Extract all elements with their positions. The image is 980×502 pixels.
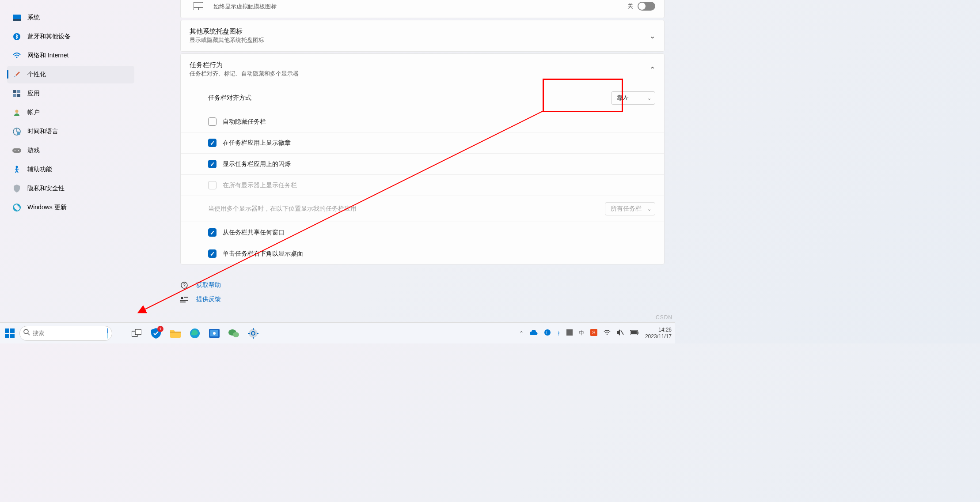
row-label: 当使用多个显示器时，在以下位置显示我的任务栏应用 bbox=[208, 205, 357, 213]
tray-ime-icon[interactable]: 中 bbox=[579, 329, 584, 337]
tray-chevron-icon[interactable]: ⌃ bbox=[519, 330, 524, 336]
row-flash[interactable]: 显示任务栏应用上的闪烁 bbox=[181, 153, 664, 174]
row-all-monitors: 在所有显示器上显示任务栏 bbox=[181, 174, 664, 196]
svg-rect-22 bbox=[184, 297, 188, 298]
sidebar-item-apps[interactable]: 应用 bbox=[7, 85, 134, 102]
link-text[interactable]: 提供反馈 bbox=[196, 295, 221, 303]
svg-rect-24 bbox=[180, 302, 186, 302]
sidebar-item-label: 帐户 bbox=[27, 109, 40, 117]
main-content: 始终显示虚拟触摸板图标 关 其他系统托盘图标 显示或隐藏其他系统托盘图标 ⌄ bbox=[141, 0, 675, 322]
toggle-switch[interactable] bbox=[638, 2, 655, 11]
taskbar-app-edge[interactable] bbox=[188, 327, 201, 340]
svg-line-31 bbox=[28, 333, 30, 335]
checkbox-unchecked[interactable] bbox=[208, 117, 217, 126]
row-label: 任务栏对齐方式 bbox=[208, 94, 251, 102]
tray-volume-icon[interactable] bbox=[617, 329, 624, 337]
svg-line-53 bbox=[621, 330, 623, 335]
sidebar-item-windows-update[interactable]: Windows 更新 bbox=[7, 199, 134, 216]
sidebar-item-accessibility[interactable]: 辅助功能 bbox=[7, 161, 134, 178]
sidebar-item-personalization[interactable]: 个性化 bbox=[7, 66, 134, 83]
link-text[interactable]: 获取帮助 bbox=[196, 281, 221, 289]
bluetooth-icon bbox=[12, 32, 21, 41]
taskbar-app-security[interactable]: 1 bbox=[149, 327, 163, 340]
svg-point-41 bbox=[249, 329, 258, 338]
svg-rect-4 bbox=[13, 90, 16, 93]
panel-virtual-touchpad[interactable]: 始终显示虚拟触摸板图标 关 bbox=[180, 0, 665, 18]
panel-title: 其他系统托盘图标 bbox=[190, 27, 264, 36]
svg-rect-49 bbox=[566, 329, 573, 336]
taskbar-app-explorer[interactable] bbox=[169, 327, 182, 340]
copilot-icon[interactable] bbox=[107, 328, 108, 339]
panel-header[interactable]: 任务栏行为 任务栏对齐、标记、自动隐藏和多个显示器 ⌃ bbox=[181, 54, 664, 85]
taskbar-search[interactable] bbox=[19, 326, 112, 341]
sidebar-item-accounts[interactable]: 帐户 bbox=[7, 104, 134, 121]
taskbar-badge: 1 bbox=[157, 326, 163, 332]
sidebar-item-network[interactable]: 网络和 Internet bbox=[7, 47, 134, 64]
sidebar-item-gaming[interactable]: 游戏 bbox=[7, 142, 134, 159]
support-links: ? 获取帮助 提供反馈 bbox=[180, 266, 665, 303]
clock-globe-icon bbox=[12, 127, 21, 136]
svg-point-10 bbox=[17, 132, 20, 135]
svg-rect-55 bbox=[631, 331, 637, 334]
tray-battery-icon[interactable] bbox=[630, 330, 639, 336]
taskbar-app-taskview[interactable] bbox=[130, 327, 143, 340]
tray-time: 14:26 bbox=[645, 327, 672, 333]
panel-sub: 始终显示虚拟触摸板图标 bbox=[213, 3, 277, 11]
tray-wifi-icon[interactable] bbox=[604, 330, 611, 336]
tray-bluetooth-icon[interactable]: ᚼ bbox=[557, 330, 560, 336]
link-get-help[interactable]: ? 获取帮助 bbox=[180, 281, 665, 289]
svg-point-13 bbox=[18, 150, 19, 151]
paintbrush-icon bbox=[12, 70, 21, 79]
tray-clock[interactable]: 14:26 2023/11/17 bbox=[645, 327, 672, 340]
row-label: 自动隐藏任务栏 bbox=[223, 118, 266, 126]
svg-point-52 bbox=[607, 334, 608, 335]
row-badges[interactable]: 在任务栏应用上显示徽章 bbox=[181, 132, 664, 153]
dropdown-value: 靠左 bbox=[617, 94, 629, 101]
taskbar: 1 ⌃ L ᚼ 中 S 14:26 2023/11/17 bbox=[0, 322, 675, 343]
svg-rect-23 bbox=[180, 300, 188, 301]
sidebar-item-label: Windows 更新 bbox=[27, 204, 67, 211]
tray-onedrive-icon[interactable] bbox=[530, 330, 538, 336]
svg-point-12 bbox=[15, 150, 15, 151]
svg-point-3 bbox=[16, 57, 18, 58]
search-input[interactable] bbox=[33, 330, 107, 336]
svg-rect-26 bbox=[5, 328, 9, 333]
alignment-dropdown[interactable]: 靠左 ⌄ bbox=[611, 91, 655, 105]
link-give-feedback[interactable]: 提供反馈 bbox=[180, 295, 665, 303]
checkbox-disabled bbox=[208, 181, 217, 189]
sidebar-item-system[interactable]: 系统 bbox=[7, 9, 134, 26]
taskbar-app-settings[interactable] bbox=[247, 327, 260, 340]
row-show-desktop[interactable]: 单击任务栏右下角以显示桌面 bbox=[181, 243, 664, 264]
sidebar-item-bluetooth[interactable]: 蓝牙和其他设备 bbox=[7, 28, 134, 45]
tray-app-icon[interactable] bbox=[566, 329, 573, 337]
svg-point-8 bbox=[15, 110, 19, 113]
sidebar-item-time-language[interactable]: 时间和语言 bbox=[7, 123, 134, 140]
svg-rect-1 bbox=[13, 19, 21, 21]
panel-other-tray-icons[interactable]: 其他系统托盘图标 显示或隐藏其他系统托盘图标 ⌄ bbox=[180, 20, 665, 52]
multimon-dropdown: 所有任务栏 ⌄ bbox=[605, 202, 655, 215]
row-label: 单击任务栏右下角以显示桌面 bbox=[223, 250, 303, 258]
svg-point-21 bbox=[181, 297, 183, 299]
tray-date: 2023/11/17 bbox=[645, 333, 672, 340]
checkbox-checked[interactable] bbox=[208, 228, 217, 237]
taskbar-app-screenshot[interactable] bbox=[208, 327, 221, 340]
tray-sogou-icon[interactable]: S bbox=[590, 329, 597, 337]
row-autohide[interactable]: 自动隐藏任务栏 bbox=[181, 111, 664, 132]
panel-title: 任务栏行为 bbox=[190, 61, 299, 69]
sidebar-item-privacy[interactable]: 隐私和安全性 bbox=[7, 180, 134, 197]
checkbox-checked[interactable] bbox=[208, 160, 217, 168]
svg-rect-29 bbox=[10, 334, 15, 338]
checkbox-checked[interactable] bbox=[208, 139, 217, 147]
svg-point-30 bbox=[24, 329, 28, 334]
checkbox-checked[interactable] bbox=[208, 249, 217, 258]
gamepad-icon bbox=[12, 146, 21, 155]
svg-rect-11 bbox=[12, 148, 21, 153]
start-button[interactable] bbox=[4, 327, 16, 340]
sidebar-item-label: 蓝牙和其他设备 bbox=[27, 33, 71, 41]
panel-taskbar-behavior: 任务栏行为 任务栏对齐、标记、自动隐藏和多个显示器 ⌃ 任务栏对齐方式 靠左 ⌄… bbox=[180, 53, 665, 264]
row-share-window[interactable]: 从任务栏共享任何窗口 bbox=[181, 222, 664, 243]
touchpad-icon bbox=[190, 2, 207, 10]
tray-circle-icon[interactable]: L bbox=[544, 329, 551, 337]
taskbar-app-wechat[interactable] bbox=[227, 327, 240, 340]
svg-point-14 bbox=[16, 166, 18, 168]
